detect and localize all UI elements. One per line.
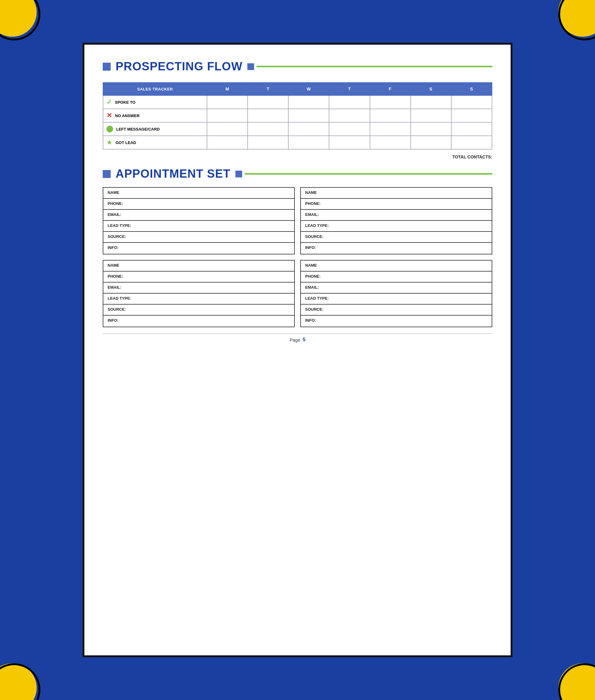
card4-info[interactable]: INFO: (301, 316, 492, 327)
table-row-spoke-to: ✓ SPOKE TO (103, 95, 492, 109)
appt-title-icon (103, 170, 111, 178)
check-icon: ✓ (106, 98, 112, 106)
contact-card-2: NAME PHONE: EMAIL: LEAD TYPE: SOURCE: IN… (300, 187, 492, 254)
tracker-header-s1: S (410, 83, 451, 95)
card1-lead-type[interactable]: LEAD TYPE: (103, 221, 294, 232)
table-row-got-lead: ★ GOT LEAD (103, 136, 492, 149)
card3-lead-type[interactable]: LEAD TYPE: (103, 293, 294, 305)
got-lead-t1[interactable] (248, 136, 288, 149)
tracker-header-t2: T (329, 83, 370, 95)
left-msg-s1[interactable] (410, 122, 451, 136)
card1-email[interactable]: EMAIL: (103, 210, 294, 221)
title-line-square (247, 63, 254, 70)
card4-source[interactable]: SOURCE: (301, 305, 492, 316)
tracker-header-w: W (288, 83, 329, 95)
appt-title-line (245, 173, 492, 175)
total-contacts-row: TOTAL CONTACTS: (103, 152, 492, 161)
table-row-no-answer: ✕ NO ANSWER (103, 109, 492, 122)
card3-info[interactable]: INFO: (103, 316, 294, 327)
no-answer-f[interactable] (370, 109, 410, 122)
row-label-no-answer: NO ANSWER (115, 113, 139, 118)
title-icon (103, 63, 111, 71)
spoke-to-t1[interactable] (248, 95, 288, 109)
got-lead-s1[interactable] (410, 136, 451, 149)
corner-decoration-tl (0, 0, 37, 37)
card4-lead-type[interactable]: LEAD TYPE: (301, 293, 492, 305)
circle-icon (106, 126, 113, 133)
title-line-decoration (247, 63, 492, 70)
section2-title-row: APPOINTMENT SET (103, 167, 492, 180)
card1-phone[interactable]: PHONE: (103, 199, 294, 210)
left-msg-t1[interactable] (248, 122, 288, 136)
got-lead-f[interactable] (370, 136, 410, 149)
card1-info[interactable]: INFO: (103, 243, 294, 254)
tracker-header-f: F (370, 83, 410, 95)
card2-info[interactable]: INFO: (301, 243, 492, 254)
tracker-header-t1: T (248, 83, 288, 95)
got-lead-w[interactable] (288, 136, 329, 149)
no-answer-s2[interactable] (451, 109, 492, 122)
sales-tracker-table: SALES TRACKER M T W T F S S ✓ SPOKE TO (103, 82, 492, 149)
row-label-spoke-to: SPOKE TO (115, 100, 136, 105)
spoke-to-t2[interactable] (329, 95, 370, 109)
no-answer-m[interactable] (207, 109, 248, 122)
no-answer-w[interactable] (288, 109, 329, 122)
section1-title: PROSPECTING FLOW (116, 60, 243, 73)
row-label-left-message: LEFT MESSAGE/CARD (116, 127, 160, 132)
star-icon: ★ (106, 139, 113, 146)
spoke-to-w[interactable] (288, 95, 329, 109)
card2-source[interactable]: SOURCE: (301, 232, 492, 243)
section2-title: APPOINTMENT SET (116, 167, 230, 180)
tracker-header-s2: S (451, 83, 492, 95)
card2-email[interactable]: EMAIL: (301, 210, 492, 221)
page-footer: Page 5 (103, 333, 492, 342)
left-msg-t2[interactable] (329, 122, 370, 136)
appt-title-line-square (235, 171, 242, 177)
left-msg-w[interactable] (288, 122, 329, 136)
page-number: 5 (303, 337, 306, 342)
corner-decoration-bl (0, 663, 37, 700)
row-label-got-lead: GOT LEAD (116, 140, 136, 145)
left-msg-f[interactable] (370, 122, 410, 136)
spoke-to-s2[interactable] (451, 95, 492, 109)
appt-title-line-decoration (235, 171, 492, 177)
spoke-to-s1[interactable] (410, 95, 451, 109)
card1-name[interactable]: NAME (103, 188, 294, 199)
contact-card-3: NAME PHONE: EMAIL: LEAD TYPE: SOURCE: IN… (103, 260, 295, 327)
no-answer-s1[interactable] (410, 109, 451, 122)
total-contacts-label: TOTAL CONTACTS: (453, 155, 492, 159)
cards-grid-row1: NAME PHONE: EMAIL: LEAD TYPE: SOURCE: IN… (103, 187, 492, 254)
card3-email[interactable]: EMAIL: (103, 283, 294, 293)
card2-phone[interactable]: PHONE: (301, 199, 492, 210)
tracker-header-m: M (207, 83, 248, 95)
x-icon: ✕ (106, 112, 112, 119)
left-msg-m[interactable] (207, 122, 248, 136)
card3-phone[interactable]: PHONE: (103, 272, 294, 283)
spoke-to-m[interactable] (207, 95, 248, 109)
contact-card-4: NAME PHONE: EMAIL: LEAD TYPE: SOURCE: IN… (300, 260, 492, 327)
card4-phone[interactable]: PHONE: (301, 272, 492, 283)
got-lead-s2[interactable] (451, 136, 492, 149)
no-answer-t1[interactable] (248, 109, 288, 122)
no-answer-t2[interactable] (329, 109, 370, 122)
cards-grid-row2: NAME PHONE: EMAIL: LEAD TYPE: SOURCE: IN… (103, 260, 492, 327)
contact-card-1: NAME PHONE: EMAIL: LEAD TYPE: SOURCE: IN… (103, 187, 295, 254)
section1-title-row: PROSPECTING FLOW (103, 60, 492, 73)
card2-lead-type[interactable]: LEAD TYPE: (301, 221, 492, 232)
title-line (257, 66, 492, 67)
got-lead-m[interactable] (207, 136, 248, 149)
spoke-to-f[interactable] (370, 95, 410, 109)
page-label: Page (289, 337, 300, 342)
card2-name[interactable]: NAME (301, 188, 492, 199)
card1-source[interactable]: SOURCE: (103, 232, 294, 243)
tracker-header-label: SALES TRACKER (103, 83, 207, 95)
card3-name[interactable]: NAME (103, 260, 294, 272)
got-lead-t2[interactable] (329, 136, 370, 149)
document-page: PROSPECTING FLOW SALES TRACKER M T W T F… (83, 43, 512, 657)
table-row-left-message: LEFT MESSAGE/CARD (103, 122, 492, 136)
card4-name[interactable]: NAME (301, 260, 492, 272)
left-msg-s2[interactable] (451, 122, 492, 136)
card4-email[interactable]: EMAIL: (301, 283, 492, 293)
appointment-set-section: APPOINTMENT SET NAME PHONE: EMAIL: LEAD … (103, 167, 492, 327)
card3-source[interactable]: SOURCE: (103, 305, 294, 316)
